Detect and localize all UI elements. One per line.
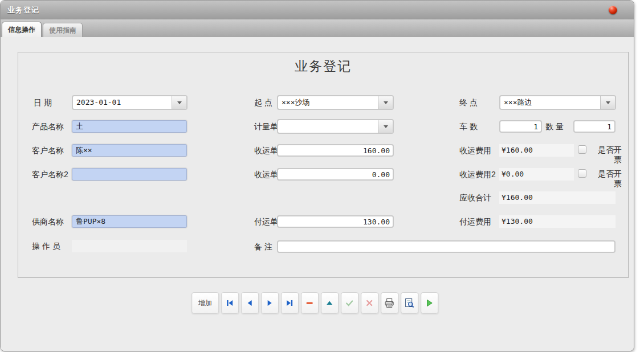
operator-value <box>72 240 187 252</box>
edit-record-icon <box>325 298 334 308</box>
recv-fee-value: ¥160.00 <box>499 144 574 157</box>
supplier-label: 供商名称 <box>32 215 64 228</box>
remarks-label: 备 注 <box>254 240 272 253</box>
origin-value: ×××沙场 <box>282 96 376 109</box>
edit-record-button[interactable] <box>321 292 339 314</box>
window-title: 业务登记 <box>7 5 39 15</box>
delete-record-button[interactable] <box>301 292 319 314</box>
tab-label: 使用指南 <box>49 26 76 35</box>
prev-record-button[interactable] <box>241 292 259 314</box>
invoice-checkbox-2[interactable] <box>578 169 586 178</box>
run-button[interactable] <box>421 292 438 314</box>
invoice-label-1: 是否开票 <box>597 145 622 165</box>
cars-label: 车 数 <box>459 120 478 133</box>
chevron-down-icon <box>384 125 388 128</box>
dropdown-button[interactable] <box>378 96 393 109</box>
post-record-icon <box>345 298 354 308</box>
post-record-button[interactable] <box>341 292 358 314</box>
delete-record-icon <box>305 298 314 308</box>
supplier-input[interactable] <box>72 215 187 228</box>
last-record-icon <box>285 298 294 308</box>
red-orb-close-icon[interactable] <box>609 6 617 14</box>
form-title: 业务登记 <box>18 58 629 75</box>
prev-record-icon <box>245 298 254 308</box>
recv-fee-label: 收运费用 <box>459 144 491 157</box>
pay-fee-label: 付运费用 <box>459 215 491 228</box>
customer-label: 客户名称 <box>32 144 64 157</box>
origin-label: 起 点 <box>254 96 272 109</box>
customer2-label: 客户名称2 <box>32 168 68 181</box>
chevron-down-icon <box>384 101 388 104</box>
customer-input[interactable] <box>72 144 187 157</box>
chevron-down-icon <box>177 101 182 104</box>
dropdown-button[interactable] <box>378 120 393 133</box>
origin-combobox[interactable]: ×××沙场 <box>277 95 394 110</box>
print-icon <box>384 297 395 309</box>
next-record-button[interactable] <box>261 292 279 314</box>
recv-price2-input[interactable] <box>277 168 394 181</box>
destination-label: 终 点 <box>459 96 478 109</box>
print-button[interactable] <box>381 292 398 314</box>
customer2-input[interactable] <box>72 168 187 181</box>
title-bar: 业务登记 <box>1 1 634 19</box>
total-recv-value: ¥160.00 <box>499 191 616 204</box>
quantity-label: 数 量 <box>545 120 564 133</box>
dropdown-button[interactable] <box>600 96 615 109</box>
remarks-input[interactable] <box>277 240 616 253</box>
date-label: 日 期 <box>34 96 52 109</box>
cancel-record-icon <box>365 298 374 308</box>
invoice-checkbox-1[interactable] <box>578 145 586 154</box>
tab-info-operation[interactable]: 信息操作 <box>2 22 42 37</box>
tab-label: 信息操作 <box>8 25 35 35</box>
unit-combobox[interactable] <box>277 119 394 134</box>
destination-value: ×××路边 <box>504 96 598 109</box>
tab-user-guide[interactable]: 使用指南 <box>43 23 83 37</box>
operator-label: 操 作 员 <box>32 240 60 252</box>
pay-fee-value: ¥130.00 <box>499 215 616 228</box>
quantity-input[interactable] <box>573 120 616 133</box>
print-preview-button[interactable] <box>401 292 418 314</box>
pay-price-input[interactable] <box>277 215 394 228</box>
chevron-down-icon <box>606 101 610 104</box>
cancel-record-button[interactable] <box>361 292 378 314</box>
recv-price-input[interactable] <box>277 144 394 157</box>
total-recv-label: 应收合计 <box>459 191 491 204</box>
add-button[interactable]: 增加 <box>191 292 219 314</box>
destination-combobox[interactable]: ×××路边 <box>499 95 616 110</box>
dropdown-button[interactable] <box>172 96 186 109</box>
print-preview-icon <box>403 297 415 309</box>
cars-input[interactable] <box>499 120 542 133</box>
next-record-icon <box>265 298 274 308</box>
app-window: 业务登记 信息操作 使用指南 业务登记 日 期 2023-01-01 起 点 ×… <box>0 0 634 351</box>
add-button-label: 增加 <box>198 298 212 308</box>
product-label: 产品名称 <box>32 120 64 133</box>
product-input[interactable] <box>72 120 187 133</box>
last-record-button[interactable] <box>281 292 299 314</box>
first-record-icon <box>225 298 234 308</box>
invoice-label-2: 是否开票 <box>597 169 622 189</box>
date-combobox[interactable]: 2023-01-01 <box>72 95 188 110</box>
recv-fee2-label: 收运费用2 <box>459 168 496 181</box>
first-record-button[interactable] <box>221 292 239 314</box>
date-value: 2023-01-01 <box>76 96 169 109</box>
record-toolbar: 增加 <box>191 292 438 314</box>
tab-strip: 信息操作 使用指南 <box>1 19 634 37</box>
run-icon <box>425 298 434 308</box>
recv-fee2-value: ¥0.00 <box>499 168 574 181</box>
